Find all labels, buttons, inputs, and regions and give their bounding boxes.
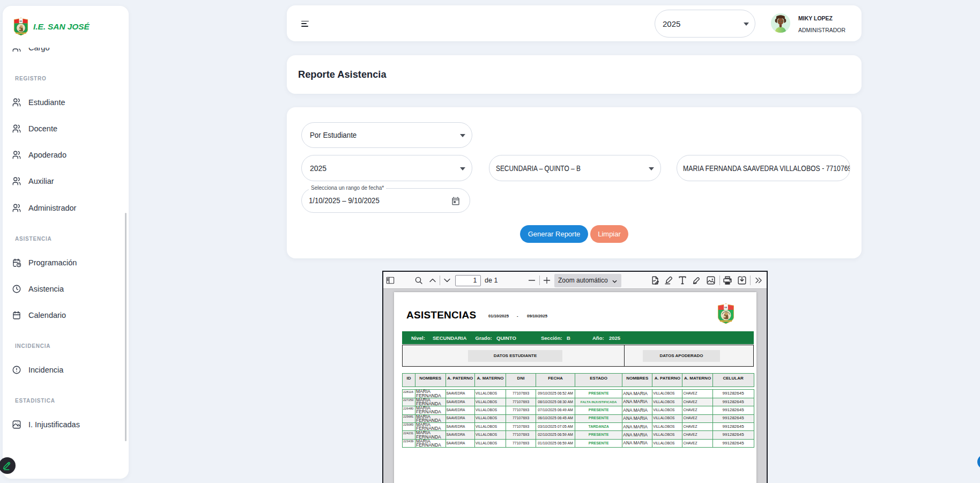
svg-text:I.E.: I.E. (19, 20, 22, 23)
svg-text:I.E.: I.E. (724, 306, 727, 308)
